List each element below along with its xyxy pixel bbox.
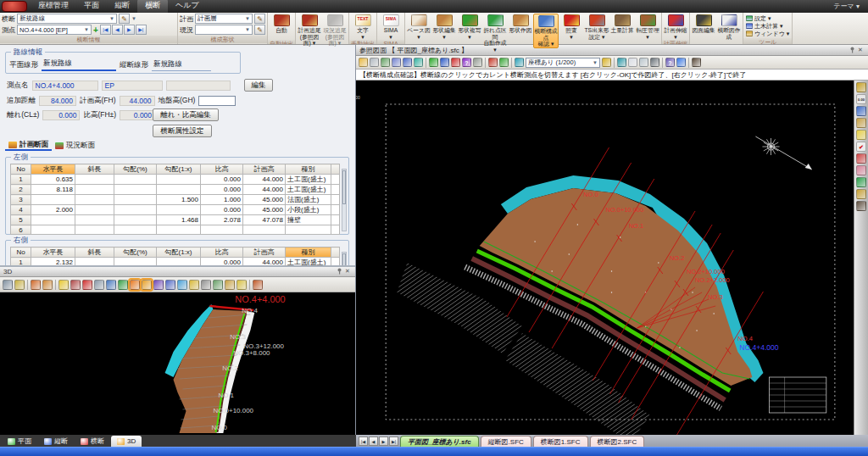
column-header-0[interactable]: No bbox=[11, 164, 31, 175]
page-icon[interactable] bbox=[628, 58, 637, 67]
cube-icon[interactable] bbox=[165, 280, 175, 290]
ground-height-input[interactable] bbox=[198, 96, 236, 106]
ribbon-button-shape-draw[interactable]: 形状作図 bbox=[508, 14, 533, 40]
camera3d-icon[interactable] bbox=[253, 280, 263, 290]
column-header-3[interactable]: 勾配(%) bbox=[114, 247, 157, 258]
menu-tab-ヘルプ[interactable]: ヘルプ bbox=[168, 0, 207, 13]
print3d-icon[interactable] bbox=[3, 280, 13, 290]
ribbon-button-shape-copy[interactable]: 形状複写 ▾ bbox=[457, 14, 482, 40]
pin-icon[interactable] bbox=[335, 268, 343, 275]
check-red-icon[interactable]: ✔ bbox=[856, 142, 866, 152]
column-header-6[interactable]: 計画高 bbox=[243, 247, 286, 258]
taskbar[interactable] bbox=[0, 447, 868, 456]
column-header-3[interactable]: 勾配(%) bbox=[114, 164, 157, 175]
flag-icon[interactable] bbox=[856, 153, 866, 164]
plan-alignment-value[interactable]: 新規路線 bbox=[42, 58, 116, 71]
palette-icon[interactable] bbox=[602, 58, 611, 67]
measure-icon[interactable] bbox=[82, 280, 92, 290]
wireframe-icon[interactable] bbox=[201, 280, 211, 290]
column-header-4[interactable]: 勾配(1:x) bbox=[157, 247, 201, 258]
table-row[interactable]: 28.1180.00044.000土工面(盛土) bbox=[11, 185, 340, 195]
table-row[interactable]: 42.0000.00045.000小段(盛土) bbox=[11, 205, 340, 215]
table-scrollbar[interactable] bbox=[342, 169, 347, 231]
menu-tab-平面[interactable]: 平面 bbox=[76, 0, 107, 13]
theme-dropdown[interactable]: テーマ ▾ bbox=[825, 2, 868, 13]
ribbon-button-soil-calc[interactable]: 土量計算 bbox=[609, 14, 635, 40]
ribbon-button-text[interactable]: TEXT文字 ▾ bbox=[350, 14, 376, 40]
current-layer-select[interactable]: ▼ bbox=[195, 25, 253, 35]
grid-blue-icon[interactable] bbox=[440, 58, 449, 67]
table-row[interactable]: 31.5001.00045.000法面(盛土) bbox=[11, 195, 340, 205]
column-header-5[interactable]: 比高 bbox=[201, 164, 243, 175]
zoom-in-icon[interactable] bbox=[31, 280, 41, 290]
table-row[interactable]: 51.4682.07847.078擁壁 bbox=[11, 215, 340, 225]
ribbon-button-breakpoint-auto[interactable]: 折れ点区間自動作成 ▾ bbox=[482, 14, 508, 53]
column-header-2[interactable]: 斜長 bbox=[75, 164, 114, 175]
doc-tab[interactable]: 縦断図.SFC bbox=[481, 436, 531, 447]
grid-green-icon[interactable] bbox=[429, 58, 438, 67]
doc-nav-prev-icon[interactable]: ◀ bbox=[369, 437, 378, 446]
edit-pencil-icon[interactable]: ✎ bbox=[119, 14, 130, 24]
station-name-value[interactable]: NO.4+4.000 bbox=[32, 81, 98, 91]
menu-tab-座標管理[interactable]: 座標管理 bbox=[31, 0, 76, 13]
import-icon[interactable] bbox=[499, 58, 509, 67]
close-icon[interactable]: ✕ bbox=[856, 47, 865, 54]
monitor-icon[interactable] bbox=[392, 58, 401, 67]
menu-tab-縦断[interactable]: 縦断 bbox=[107, 0, 137, 13]
folder-dark-icon[interactable] bbox=[650, 58, 659, 67]
table-row[interactable]: 6 bbox=[11, 225, 340, 235]
layer-box-icon[interactable] bbox=[142, 280, 152, 290]
bulb-icon[interactable] bbox=[856, 130, 866, 140]
offset-value[interactable]: 0.000 bbox=[42, 110, 80, 120]
paint-icon[interactable] bbox=[236, 280, 247, 290]
ribbon-button-auto-extract[interactable]: 自動 bbox=[269, 14, 294, 40]
ribbon-button-current-trace[interactable]: 現況追尾(参照図面) ▾ bbox=[322, 14, 348, 47]
ribbon-button-cross-drawing[interactable]: 横断図作成 bbox=[716, 14, 742, 47]
column-header-6[interactable]: 計画高 bbox=[243, 164, 286, 175]
monitor-help-icon[interactable]: ? bbox=[665, 58, 675, 67]
zoom-fit-icon[interactable] bbox=[42, 280, 53, 290]
pin-icon[interactable] bbox=[848, 47, 856, 54]
image-icon[interactable] bbox=[106, 280, 116, 290]
open-folder-icon[interactable] bbox=[359, 58, 368, 67]
globe-icon[interactable] bbox=[189, 280, 199, 290]
snapshot-icon[interactable] bbox=[225, 280, 235, 290]
table-icon[interactable] bbox=[473, 58, 482, 67]
add-station-icon[interactable]: + bbox=[93, 25, 98, 35]
cross-route-select[interactable]: 新規路線▼ bbox=[17, 14, 117, 24]
ribbon-button-plan-stretch[interactable]: 計画伸縮 ▾ bbox=[663, 14, 688, 40]
station-extra-value[interactable] bbox=[166, 81, 231, 91]
ribbon-button-compaction[interactable]: 転圧管理 ▾ bbox=[635, 14, 660, 40]
texture-icon[interactable] bbox=[70, 280, 81, 290]
app-menu-orb[interactable] bbox=[2, 1, 27, 12]
zoom3d-icon[interactable] bbox=[14, 280, 25, 290]
ribbon-button-plan-trace[interactable]: 計画追尾(参照図面) ▾ bbox=[297, 14, 322, 47]
marker-icon[interactable] bbox=[130, 280, 140, 290]
column-header-0[interactable]: No bbox=[11, 247, 31, 258]
doc-tab[interactable]: 横断図2.SFC bbox=[590, 436, 645, 447]
doc-nav-first-icon[interactable]: |◀ bbox=[359, 437, 368, 446]
filter-icon[interactable] bbox=[515, 58, 524, 67]
doc-nav-next-icon[interactable]: ▶ bbox=[379, 437, 388, 446]
view-tab-縦断[interactable]: 縦断 bbox=[38, 436, 74, 447]
ribbon-button-shape-edit[interactable]: 形状編集 ▾ bbox=[431, 14, 457, 40]
excel-icon[interactable] bbox=[856, 177, 866, 187]
table-row[interactable]: 12.1320.00044.000土工面(盛土) bbox=[11, 258, 340, 268]
panel-icon[interactable] bbox=[213, 280, 223, 290]
3d-view[interactable]: NO.4+4.000NO.4NO.3NO.3+12.000NO.3+8.000N… bbox=[0, 292, 355, 435]
doc-tab[interactable]: 横断図1.SFC bbox=[533, 436, 588, 447]
undo-icon[interactable] bbox=[617, 58, 626, 67]
next-station-icon[interactable]: ▶ bbox=[124, 25, 135, 35]
ribbon-button-drawing-edit[interactable]: 図面編集 bbox=[691, 14, 716, 40]
magnet-icon[interactable] bbox=[856, 106, 866, 116]
zero-icon[interactable]: 0.00 bbox=[856, 94, 866, 104]
last-station-icon[interactable]: ▶| bbox=[136, 25, 147, 35]
table-row[interactable]: 10.6350.00044.000土工面(盛土) bbox=[11, 175, 340, 185]
doc-tab[interactable]: 平面図_座標あり.sfc bbox=[400, 436, 479, 447]
left-side-table[interactable]: No水平長斜長勾配(%)勾配(1:x)比高計画高種別10.6350.00044.… bbox=[10, 164, 340, 235]
help-icon[interactable]: ? bbox=[462, 58, 471, 67]
ribbon-button-inspection[interactable]: 照査 ▾ bbox=[559, 14, 584, 40]
close-icon[interactable]: ✕ bbox=[343, 268, 352, 275]
image-view-icon[interactable] bbox=[381, 58, 390, 67]
sphere-icon[interactable] bbox=[177, 280, 187, 290]
